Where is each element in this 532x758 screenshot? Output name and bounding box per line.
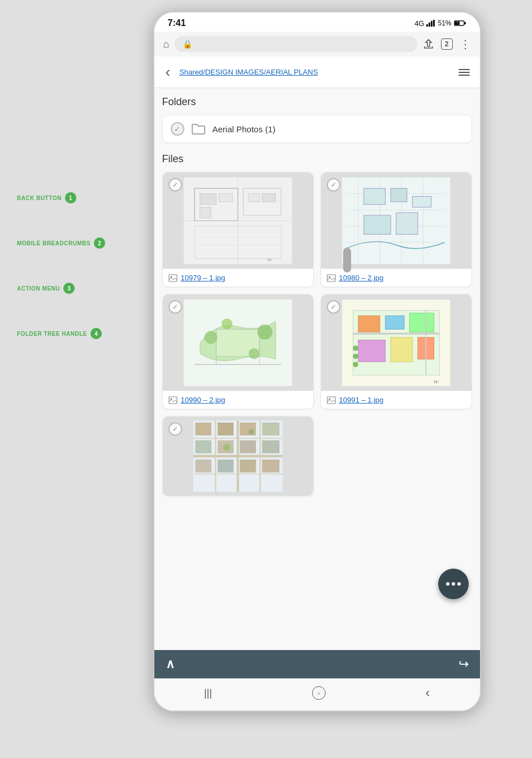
svg-point-44 xyxy=(249,348,259,359)
svg-rect-77 xyxy=(240,440,256,453)
svg-rect-21 xyxy=(169,275,177,281)
svg-rect-75 xyxy=(196,440,211,453)
browser-url-bar[interactable]: 🔒 xyxy=(175,36,417,52)
svg-rect-9 xyxy=(200,193,217,204)
main-content: Folders ✓ Aerial Photos (1) Files xyxy=(154,88,480,542)
back-button[interactable]: ‹ xyxy=(162,62,174,82)
file-thumbnail-4: N↑ xyxy=(321,294,472,391)
file-thumbnail-1: N↑ xyxy=(163,172,313,268)
home-button[interactable]: ○ xyxy=(312,686,326,700)
svg-rect-71 xyxy=(196,423,211,435)
annotation-number-2: 2 xyxy=(94,237,105,249)
file-name-2[interactable]: 10980 – 2.jpg xyxy=(339,274,384,282)
bottom-toolbar: ∧ ↪ xyxy=(154,650,480,678)
svg-point-84 xyxy=(248,429,253,434)
folder-checkbox[interactable]: ✓ xyxy=(171,122,184,136)
app-content: ‹ Shared/DESIGN IMAGES/AERIAL PLANS Fold… xyxy=(154,57,480,650)
file-name-3[interactable]: 10990 – 2.jpg xyxy=(181,396,226,404)
svg-rect-5 xyxy=(455,21,460,25)
annotation-label-1: BACK BUTTON xyxy=(17,195,62,201)
svg-rect-34 xyxy=(412,196,431,207)
battery-percent: 51% xyxy=(438,19,451,27)
status-bar: 7:41 4G 51% xyxy=(154,12,480,32)
file-checkbox-1[interactable]: ✓ xyxy=(168,178,182,192)
file-card-4[interactable]: ✓ xyxy=(321,294,472,409)
file-thumbnail-5 xyxy=(163,417,313,496)
hamburger-line-1 xyxy=(459,69,470,70)
file-name-1[interactable]: 10979 – 1.jpg xyxy=(181,274,226,282)
status-icons: 4G 51% xyxy=(414,19,466,28)
folder-item[interactable]: ✓ Aerial Photos (1) xyxy=(162,115,472,143)
svg-rect-78 xyxy=(262,440,279,453)
share-icon[interactable] xyxy=(423,39,434,49)
annotation-label-3: ACTION MENU xyxy=(17,285,60,292)
file-card-1[interactable]: ✓ xyxy=(162,172,314,287)
browser-more-button[interactable]: ⋮ xyxy=(460,37,471,51)
file-thumbnail-3 xyxy=(163,294,313,391)
folder-icon xyxy=(191,123,206,135)
fab-dot-3 xyxy=(457,582,461,586)
mobile-breadcrumbs[interactable]: Shared/DESIGN IMAGES/AERIAL PLANS xyxy=(179,68,450,76)
annotation-number-1: 1 xyxy=(65,192,76,203)
svg-rect-82 xyxy=(262,460,279,472)
file-checkbox-2[interactable]: ✓ xyxy=(327,178,340,192)
lock-icon: 🔒 xyxy=(183,40,192,49)
svg-rect-10 xyxy=(219,193,232,201)
annotation-number-4: 4 xyxy=(90,328,102,339)
scroll-to-top-button[interactable]: ∧ xyxy=(166,657,175,672)
file-card-3[interactable]: ✓ xyxy=(162,294,314,409)
hamburger-line-3 xyxy=(459,75,470,76)
svg-point-59 xyxy=(353,353,358,359)
browser-tab-count[interactable]: 2 xyxy=(441,38,453,50)
file-name-4[interactable]: 10991 – 1.jpg xyxy=(339,396,384,404)
file-checkbox-4[interactable]: ✓ xyxy=(327,300,340,314)
browser-actions: 2 ⋮ xyxy=(423,37,471,51)
browser-bar: ⌂ 🔒 2 ⋮ xyxy=(154,32,480,57)
svg-rect-35 xyxy=(364,215,391,233)
svg-point-41 xyxy=(204,331,217,344)
file-card-5[interactable]: ✓ xyxy=(162,416,314,496)
svg-rect-0 xyxy=(426,24,428,27)
files-grid: ✓ xyxy=(162,172,472,542)
svg-rect-11 xyxy=(200,207,211,218)
folder-tree-handle[interactable] xyxy=(343,248,351,272)
svg-rect-79 xyxy=(196,460,211,472)
file-checkbox-3[interactable]: ✓ xyxy=(168,300,182,314)
file-checkbox-5[interactable]: ✓ xyxy=(168,422,182,436)
svg-rect-74 xyxy=(262,423,279,435)
svg-point-42 xyxy=(222,318,232,329)
back-nav-button[interactable]: ‹ xyxy=(426,686,430,700)
signal-icon: 4G xyxy=(414,19,424,28)
signal-bars-icon xyxy=(426,20,435,27)
fab-dot-1 xyxy=(446,582,449,586)
recent-apps-button[interactable]: ||| xyxy=(204,687,212,699)
forward-button[interactable]: ↪ xyxy=(459,657,469,672)
file-footer-3: 10990 – 2.jpg xyxy=(163,391,313,409)
svg-rect-53 xyxy=(358,340,386,361)
folder-name[interactable]: Aerial Photos (1) xyxy=(213,124,464,134)
android-nav-bar: ||| ○ ‹ xyxy=(154,678,480,711)
file-footer-1: 10979 – 1.jpg xyxy=(163,268,313,287)
svg-rect-6 xyxy=(464,22,466,24)
file-footer-2: 10980 – 2.jpg xyxy=(321,268,472,287)
svg-rect-32 xyxy=(364,188,385,205)
svg-rect-61 xyxy=(327,397,335,404)
svg-point-58 xyxy=(353,361,358,367)
check-icon: ✓ xyxy=(174,125,180,133)
svg-text:N↑: N↑ xyxy=(267,257,273,262)
image-icon-2 xyxy=(327,274,336,282)
svg-point-60 xyxy=(353,345,358,351)
svg-point-83 xyxy=(223,444,231,451)
svg-rect-52 xyxy=(409,313,434,331)
status-time: 7:41 xyxy=(168,18,186,28)
image-icon-4 xyxy=(327,396,336,404)
image-icon-1 xyxy=(168,274,178,282)
svg-rect-3 xyxy=(433,20,435,27)
folders-section-title: Folders xyxy=(162,96,472,108)
browser-home-button[interactable]: ⌂ xyxy=(163,38,170,50)
fab-button[interactable] xyxy=(438,569,469,599)
action-menu[interactable] xyxy=(456,67,472,78)
annotation-label-4: FOLDER TREE HANDLE xyxy=(17,331,87,337)
fab-dot-2 xyxy=(452,582,455,586)
svg-text:N↑: N↑ xyxy=(434,379,439,384)
